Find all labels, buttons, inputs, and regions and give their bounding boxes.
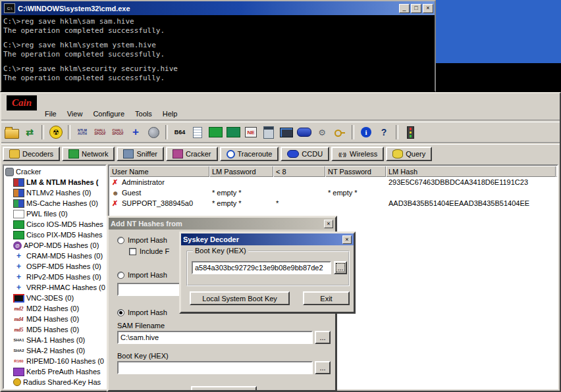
tree-item-sha2-hashes[interactable]: SHA2 SHA-2 Hashes (0) <box>5 345 105 356</box>
tab-sniffer[interactable]: Sniffer <box>117 147 164 161</box>
open-file-icon[interactable] <box>4 124 20 141</box>
certificate-icon[interactable] <box>190 124 205 141</box>
ne-icon[interactable]: NE <box>243 124 259 141</box>
tree-item-md2-hashes[interactable]: md2 MD2 Hashes (0) <box>5 303 105 314</box>
ccdu-icon[interactable] <box>296 124 312 141</box>
tree-item-cisco-pix-md5[interactable]: Cisco PIX-MD5 Hashes <box>5 230 105 240</box>
cmd-titlebar[interactable]: C:\ C:\WINDOWS\system32\cmd.exe _ □ × <box>1 1 435 15</box>
column-header-user-name[interactable]: User Name <box>109 166 209 177</box>
lm-ntlm-icon <box>13 178 24 187</box>
ccdu-icon <box>287 150 299 158</box>
add-nt-hashes-titlebar[interactable]: Add NT Hashes from × <box>109 218 335 230</box>
tree-item-cisco-ios-md5[interactable]: Cisco IOS-MD5 Hashes <box>5 219 105 230</box>
import-local-radio-row[interactable]: Import Hash <box>117 236 167 244</box>
column-header-nt-password[interactable]: NT Password <box>325 166 386 177</box>
tree-item-cram-md5[interactable]: + CRAM-MD5 Hashes (0) <box>5 251 105 261</box>
tab-decoders[interactable]: Decoders <box>3 147 60 161</box>
tree-item-lm-ntlm-hashes[interactable]: LM & NTLM Hashes ( <box>5 177 105 187</box>
import-textfile-radio-row[interactable]: Import Hash <box>117 271 167 279</box>
tab-ccdu[interactable]: CCDU <box>280 147 329 161</box>
column-header-less-than-8[interactable]: < 8 <box>273 166 325 177</box>
close-icon[interactable]: × <box>342 235 352 244</box>
tree-item-ripv2-md5[interactable]: + RIPv2-MD5 Hashes (0) <box>5 272 105 282</box>
ntlm-auth-icon[interactable]: NTLM AUTH <box>74 124 90 141</box>
exit-icon[interactable] <box>402 124 418 141</box>
syskey-titlebar[interactable]: Syskey Decoder × <box>181 233 354 245</box>
promiscuous-scan-icon[interactable] <box>225 124 241 141</box>
tab-cracker[interactable]: Cracker <box>166 147 218 161</box>
tree-item-radius-shared-key[interactable]: Radius Shared-Key Has <box>5 377 105 387</box>
menu-help[interactable]: Help <box>157 109 183 119</box>
tree-item-md4-hashes[interactable]: md4 MD4 Hashes (0) <box>5 314 105 324</box>
md4-icon: md4 <box>13 315 24 324</box>
radio-icon[interactable] <box>117 272 124 279</box>
bootkey-hex-input[interactable]: a584a303bc92729c13e9b08e9bb87de2 <box>192 261 331 274</box>
local-system-boot-key-button[interactable]: Local System Boot Key <box>190 291 290 305</box>
table-row-guest[interactable]: ☻Guest * empty * * empty * <box>109 187 557 198</box>
column-header-nt-hash[interactable]: N <box>556 166 558 177</box>
tree-item-apop-md5[interactable]: @ APOP-MD5 Hashes (0) <box>5 240 105 251</box>
cain-logo: Cain <box>7 95 37 110</box>
bootkey-input[interactable] <box>117 361 313 374</box>
column-header-lm-hash[interactable]: LM Hash <box>386 166 556 177</box>
tree-root-cracker[interactable]: Cracker <box>5 166 105 177</box>
cracker-tree: Cracker LM & NTLM Hashes ( NTLMv2 Hashes… <box>3 164 107 389</box>
tree-item-sha1-hashes[interactable]: SHA1 SHA-1 Hashes (0) <box>5 335 105 345</box>
tree-item-md5-hashes[interactable]: md5 MD5 Hashes (0) <box>5 324 105 335</box>
info-icon[interactable]: i <box>358 124 374 141</box>
tree-item-pwl-files[interactable]: PWL files (0) <box>5 208 105 219</box>
sponge-icon[interactable] <box>146 124 161 141</box>
mac-scanner-icon[interactable] <box>207 124 223 141</box>
sam-filename-input[interactable]: C:\sam.hive <box>117 331 313 344</box>
minimize-button[interactable]: _ <box>399 4 410 13</box>
chall-spoof-icon[interactable]: CHALL SPOOF <box>110 124 126 141</box>
base64-icon[interactable]: B64 <box>172 124 188 141</box>
tree-item-ntlmv2-hashes[interactable]: NTLMv2 Hashes (0) <box>5 187 105 198</box>
calculator-icon[interactable] <box>261 124 277 141</box>
chall-spoof-icon[interactable]: CHALL SPOOF <box>92 124 108 141</box>
radioactive-icon[interactable]: ☢ <box>48 124 64 141</box>
restore-icon[interactable]: ⇄ <box>22 124 38 141</box>
remote-desktop-icon[interactable] <box>279 124 294 141</box>
close-button[interactable]: × <box>423 4 433 13</box>
menu-view[interactable]: View <box>62 109 88 119</box>
maximize-button[interactable]: □ <box>411 4 421 13</box>
checkbox-icon[interactable] <box>129 248 136 255</box>
tree-item-vrrp-hmac[interactable]: + VRRP-HMAC Hashes (0 <box>5 282 105 293</box>
toolbar: ⇄ ☢ NTLM AUTH CHALL SPOOF CHALL SPOOF + … <box>1 122 560 142</box>
import-sam-radio-row[interactable]: Import Hash <box>117 308 167 316</box>
bottom-button-partial[interactable] <box>191 386 257 390</box>
radio-label: Import Hash <box>128 271 167 279</box>
services-icon[interactable]: ⚙ <box>314 124 330 141</box>
close-icon[interactable]: × <box>324 220 333 228</box>
radio-selected-icon[interactable] <box>117 309 124 316</box>
menu-configure[interactable]: Configure <box>88 109 130 119</box>
tree-item-ike-psk-hashes[interactable]: IKE-PSK Hashes (0) <box>5 387 105 389</box>
tab-query[interactable]: Query <box>386 147 432 161</box>
exit-button[interactable]: Exit <box>303 291 350 305</box>
tree-item-kerb5-preauth[interactable]: Kerb5 PreAuth Hashes <box>5 366 105 377</box>
tab-traceroute[interactable]: Traceroute <box>220 147 279 161</box>
tab-network[interactable]: Network <box>62 147 115 161</box>
include-history-checkbox-row[interactable]: Include F <box>129 247 169 255</box>
tree-item-ms-cache-hashes[interactable]: MS-Cache Hashes (0) <box>5 198 105 208</box>
tab-wireless[interactable]: Wireless <box>331 147 384 161</box>
cell-lm-hash: 293E5C67463DBBDC4A3418D6E1191C23 <box>386 178 556 186</box>
tree-item-ospf-md5[interactable]: + OSPF-MD5 Hashes (0) <box>5 261 105 272</box>
sam-browse-button[interactable]: ... <box>315 331 331 344</box>
column-header-lm-password[interactable]: LM Password <box>209 166 273 177</box>
help-icon[interactable]: ? <box>376 124 392 141</box>
bootkey-browse-button[interactable]: ... <box>315 361 331 374</box>
cell-nt-hash: C <box>556 178 558 186</box>
tree-item-ripemd160-hashes[interactable]: R160 RIPEMD-160 Hashes (0 <box>5 356 105 366</box>
menu-tools[interactable]: Tools <box>130 109 157 119</box>
md2-icon: md2 <box>13 305 24 313</box>
key-icon[interactable] <box>332 124 348 141</box>
tree-item-vnc-3des[interactable]: VNC-3DES (0) <box>5 293 105 303</box>
table-row-support[interactable]: ✗SUPPORT_388945a0 * empty * * AAD3B435B5… <box>109 198 557 208</box>
bootkey-browse-button[interactable]: ... <box>334 261 347 274</box>
radio-icon[interactable] <box>117 237 124 244</box>
table-row-administrator[interactable]: ✗Administrator 293E5C67463DBBDC4A3418D6E… <box>109 177 557 187</box>
menu-file[interactable]: File <box>40 109 62 119</box>
add-to-list-icon[interactable]: + <box>128 124 144 141</box>
